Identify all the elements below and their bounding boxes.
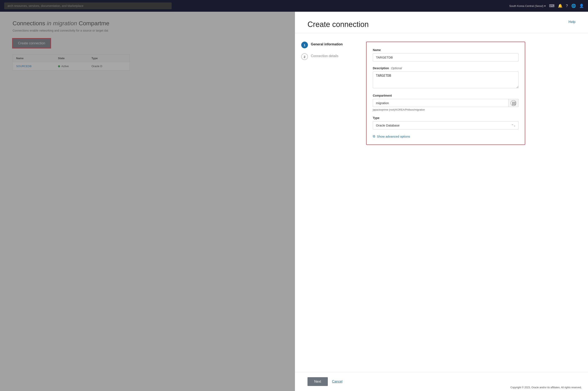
svg-rect-4 xyxy=(512,103,513,104)
compartment-input[interactable] xyxy=(373,99,508,107)
svg-rect-2 xyxy=(513,102,514,103)
nav-right: South Korea Central (Seoul) ▾ ⌨ 🔔 ? 🌐 👤 xyxy=(509,3,584,8)
copyright-text: Copyright © 2023, Oracle and/or its affi… xyxy=(510,386,582,389)
global-search-input[interactable] xyxy=(4,2,172,9)
globe-icon[interactable]: 🌐 xyxy=(571,3,576,8)
svg-rect-9 xyxy=(515,104,516,105)
svg-rect-5 xyxy=(513,103,514,104)
step-2-circle: 2 xyxy=(301,53,308,60)
form-container: Name Description Optional TARGETDB Compa… xyxy=(366,42,525,145)
step-2-item[interactable]: 2 Connection details xyxy=(301,53,347,60)
form-area: Name Description Optional TARGETDB Compa… xyxy=(354,33,588,372)
help-icon[interactable]: ? xyxy=(566,4,568,8)
create-connection-panel: Create connection Help 1 General informa… xyxy=(295,12,588,391)
svg-rect-8 xyxy=(513,104,514,105)
top-nav: South Korea Central (Seoul) ▾ ⌨ 🔔 ? 🌐 👤 xyxy=(0,0,588,12)
type-group: Type Oracle Database MySQL PostgreSQL xyxy=(373,116,519,129)
type-select[interactable]: Oracle Database MySQL PostgreSQL xyxy=(373,121,519,129)
region-label: South Korea Central (Seoul) xyxy=(509,4,543,7)
panel-header: Create connection Help xyxy=(295,12,588,33)
cancel-button[interactable]: Cancel xyxy=(332,380,342,384)
terminal-icon[interactable]: ⌨ xyxy=(549,3,555,8)
next-button[interactable]: Next xyxy=(307,377,328,386)
bell-icon[interactable]: 🔔 xyxy=(558,3,563,8)
region-chevron-icon: ▾ xyxy=(544,4,546,7)
compartment-group: Compartment xyxy=(373,94,519,111)
svg-rect-3 xyxy=(515,102,516,103)
svg-rect-7 xyxy=(512,104,513,105)
user-icon[interactable]: 👤 xyxy=(579,3,584,8)
compartment-label: Compartment xyxy=(373,94,519,97)
type-select-wrapper: Oracle Database MySQL PostgreSQL xyxy=(373,121,519,129)
description-label: Description Optional xyxy=(373,67,519,70)
name-group: Name xyxy=(373,48,519,62)
panel-title: Create connection xyxy=(307,20,369,29)
region-selector[interactable]: South Korea Central (Seoul) ▾ xyxy=(509,4,546,7)
type-label: Type xyxy=(373,116,519,120)
compartment-hint: japacisvprime (root)/KOREA/Phillsoo/migr… xyxy=(373,108,519,111)
grid-icon xyxy=(511,100,516,106)
sliders-icon: ⧉ xyxy=(373,134,375,138)
step-1-item: 1 General information xyxy=(301,42,347,48)
svg-rect-6 xyxy=(515,103,516,104)
panel-body: 1 General information 2 Connection detai… xyxy=(295,33,588,372)
step-1-circle: 1 xyxy=(301,42,308,48)
advanced-options-link[interactable]: ⧉ Show advanced options xyxy=(373,134,519,138)
description-textarea[interactable]: TARGETDB xyxy=(373,72,519,88)
name-label: Name xyxy=(373,48,519,52)
help-link[interactable]: Help xyxy=(569,20,576,24)
step-1-label: General information xyxy=(311,42,343,46)
compartment-picker-button[interactable] xyxy=(508,99,519,107)
name-input[interactable] xyxy=(373,53,519,62)
svg-rect-1 xyxy=(512,102,513,103)
compartment-wrapper xyxy=(373,99,519,107)
description-group: Description Optional TARGETDB xyxy=(373,67,519,89)
step-2-label: Connection details xyxy=(311,53,338,58)
steps-sidebar: 1 General information 2 Connection detai… xyxy=(295,33,354,372)
